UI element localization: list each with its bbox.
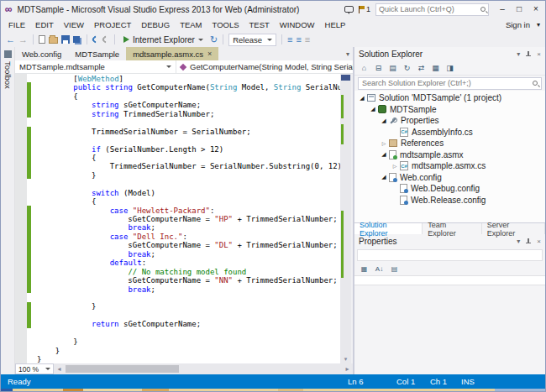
tree-item-label: Solution 'MDTSample' (1 project) bbox=[379, 93, 501, 102]
tree-item-web-debug-config[interactable]: Web.Debug.config bbox=[354, 183, 545, 195]
navigate-forward-icon[interactable]: → bbox=[18, 35, 28, 44]
toolbox-panel-tab[interactable]: Toolbox bbox=[1, 47, 14, 89]
active-files-chevron-icon[interactable]: ▾ bbox=[346, 50, 353, 58]
properties-object-select[interactable] bbox=[357, 249, 543, 261]
undo-icon[interactable] bbox=[91, 34, 100, 44]
close-icon[interactable]: × bbox=[537, 238, 541, 245]
expander-expanded-icon[interactable]: ◢ bbox=[380, 174, 388, 180]
properties-icon[interactable]: ▦ bbox=[429, 62, 442, 74]
tree-item-mdtsample[interactable]: ◢MDTSample bbox=[354, 104, 545, 116]
editor-vertical-scrollbar[interactable]: ▴ ▾ bbox=[340, 74, 351, 363]
redo-icon[interactable] bbox=[101, 34, 110, 44]
menu-debug[interactable]: DEBUG bbox=[136, 18, 175, 31]
alphabetical-icon[interactable]: A↓ bbox=[373, 264, 386, 274]
toolbar-extra-icon[interactable]: ≡ bbox=[287, 35, 292, 44]
toolbar-extra-icon[interactable]: ≡ bbox=[296, 35, 301, 44]
references-icon bbox=[389, 139, 397, 147]
tree-item-web-release-config[interactable]: Web.Release.config bbox=[354, 195, 545, 206]
code-line: // No matching model found bbox=[37, 268, 340, 276]
minimize-button[interactable]: – bbox=[494, 3, 511, 16]
solution-explorer-title: Solution Explorer bbox=[359, 50, 512, 59]
change-mark bbox=[341, 124, 344, 144]
run-browser-label: Internet Explorer bbox=[133, 35, 195, 44]
types-dropdown[interactable]: MDTSample.mdtsample bbox=[15, 60, 176, 73]
scroll-down-icon[interactable]: ▾ bbox=[340, 354, 351, 363]
members-dropdown[interactable]: GetComputerName(String Model, String Ser… bbox=[176, 60, 353, 73]
sign-in-button[interactable]: Sign in bbox=[506, 20, 530, 29]
menu-help[interactable]: HELP bbox=[320, 18, 351, 31]
notifications-button[interactable]: 1 bbox=[359, 5, 370, 13]
editor-tab-mdtsample[interactable]: MDTSample bbox=[68, 47, 126, 60]
tree-item-web-config[interactable]: ◢Web.config bbox=[354, 172, 545, 184]
feedback-icon[interactable] bbox=[344, 6, 354, 13]
expander-expanded-icon[interactable]: ◢ bbox=[380, 118, 388, 124]
chevron-down-icon[interactable]: ▾ bbox=[517, 238, 520, 245]
menu-view[interactable]: VIEW bbox=[59, 18, 89, 31]
menu-team[interactable]: TEAM bbox=[175, 18, 207, 31]
chevron-down-icon[interactable]: ▾ bbox=[537, 21, 540, 29]
editor-horizontal-scrollbar[interactable]: ◂ ▸ bbox=[54, 363, 353, 374]
show-all-files-icon[interactable]: ▤ bbox=[386, 62, 399, 74]
scroll-left-icon[interactable]: ◂ bbox=[54, 363, 65, 374]
code-editor[interactable]: [WebMethod] public string GetComputerNam… bbox=[15, 74, 340, 363]
tree-item-references[interactable]: ▷References bbox=[354, 138, 545, 149]
menu-window[interactable]: WINDOW bbox=[275, 18, 320, 31]
expander-expanded-icon[interactable]: ◢ bbox=[369, 106, 377, 112]
toolbar-separator bbox=[87, 34, 87, 44]
start-debug-button[interactable]: Internet Explorer bbox=[120, 34, 207, 45]
menu-test[interactable]: TEST bbox=[244, 18, 275, 31]
save-all-icon[interactable] bbox=[73, 36, 80, 43]
maximize-button[interactable]: □ bbox=[511, 3, 528, 16]
menu-project[interactable]: PROJECT bbox=[89, 18, 136, 31]
sync-with-active-document-icon[interactable]: ⇄ bbox=[415, 62, 428, 74]
breakpoint-margin[interactable] bbox=[15, 74, 27, 363]
tool-tab-solution-explorer[interactable]: Solution Explorer bbox=[354, 223, 423, 234]
quick-launch-input[interactable] bbox=[379, 5, 478, 13]
editor-tab-web-config[interactable]: Web.config bbox=[15, 47, 68, 60]
close-tab-icon[interactable]: × bbox=[207, 50, 212, 58]
menu-tools[interactable]: TOOLS bbox=[207, 18, 244, 31]
new-file-icon[interactable] bbox=[39, 35, 45, 44]
tree-item-label: References bbox=[401, 139, 444, 148]
tree-item-properties[interactable]: ◢Properties bbox=[354, 115, 545, 127]
solution-search-input[interactable] bbox=[362, 79, 530, 87]
cs-icon: C# bbox=[400, 161, 408, 170]
save-icon[interactable] bbox=[61, 35, 70, 44]
editor-tab-mdtsample-asmx-cs[interactable]: mdtsample.asmx.cs× bbox=[126, 47, 218, 60]
tool-tab-server-explorer[interactable]: Server Explorer bbox=[482, 223, 545, 234]
tree-item-assemblyinfo-cs[interactable]: C#AssemblyInfo.cs bbox=[354, 127, 545, 139]
close-icon[interactable]: × bbox=[537, 50, 541, 58]
refresh-icon[interactable]: ↻ bbox=[401, 62, 413, 74]
preview-selected-items-icon[interactable]: ◨ bbox=[444, 62, 456, 74]
configuration-select[interactable]: Release bbox=[228, 34, 276, 46]
collapse-all-icon[interactable]: ⊟ bbox=[372, 62, 385, 74]
scroll-right-icon[interactable]: ▸ bbox=[342, 363, 353, 374]
expander-collapsed-icon[interactable]: ▷ bbox=[391, 163, 399, 169]
tree-item-solution-mdtsample-1-project[interactable]: ◢Solution 'MDTSample' (1 project) bbox=[354, 92, 545, 104]
expander-expanded-icon[interactable]: ◢ bbox=[380, 151, 388, 158]
chevron-down-icon[interactable]: ▾ bbox=[517, 50, 520, 58]
zoom-select[interactable]: 100 % bbox=[15, 363, 54, 374]
property-pages-icon[interactable]: ▤ bbox=[388, 264, 401, 274]
open-file-icon[interactable] bbox=[49, 37, 58, 44]
tree-item-mdtsample-asmx[interactable]: ◢mdtsample.asmx bbox=[354, 149, 545, 161]
pin-icon[interactable] bbox=[525, 238, 532, 245]
navigate-backward-icon[interactable]: ← bbox=[6, 35, 15, 44]
home-icon[interactable]: ⌂ bbox=[358, 62, 370, 74]
close-button[interactable]: × bbox=[528, 3, 544, 16]
menu-edit[interactable]: EDIT bbox=[30, 18, 59, 31]
expander-collapsed-icon[interactable]: ▷ bbox=[380, 140, 388, 146]
toolbar-separator bbox=[114, 34, 115, 44]
expander-expanded-icon[interactable]: ◢ bbox=[358, 95, 366, 102]
categorized-icon[interactable]: ▦ bbox=[358, 264, 370, 274]
menu-file[interactable]: FILE bbox=[3, 18, 30, 31]
tab-label: mdtsample.asmx.cs bbox=[133, 50, 203, 59]
horizontal-scroll-thumb[interactable] bbox=[66, 365, 179, 373]
tree-item-label: Web.config bbox=[400, 173, 442, 182]
pin-icon[interactable] bbox=[525, 51, 532, 58]
refresh-browser-icon[interactable]: ↻ bbox=[210, 35, 218, 44]
tree-item-mdtsample-asmx-cs[interactable]: ▷C#mdtsample.asmx.cs bbox=[354, 160, 545, 172]
tool-tab-team-explorer[interactable]: Team Explorer bbox=[423, 223, 482, 234]
quick-launch bbox=[375, 3, 489, 16]
toolbar-extra-icon[interactable]: ≡ bbox=[305, 35, 310, 44]
